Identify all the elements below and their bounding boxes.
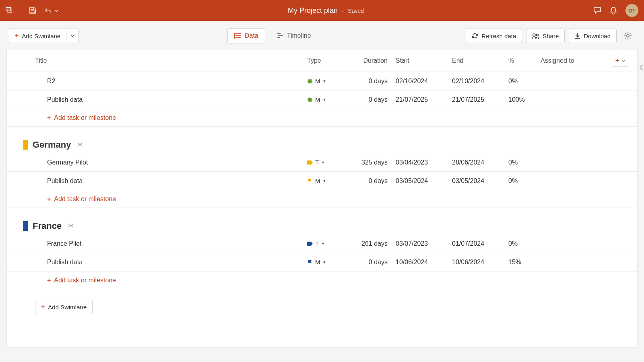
cell-type[interactable]: T▼ [307,159,351,166]
table-row[interactable]: Publish dataM▼0 days10/06/202410/06/2024… [7,253,637,272]
view-data-tab[interactable]: Data [227,28,265,43]
chevron-down-icon: ▼ [323,98,326,102]
add-swimlane-label: Add Swimlane [48,304,87,311]
cell-percent[interactable]: 0% [508,78,541,85]
add-task-button[interactable]: +Add task or milestone [7,109,637,127]
titlebar-left [6,6,58,15]
swimlane-header: Germany [7,127,637,153]
table-row[interactable]: R2M▼0 days02/10/202402/10/20240% [7,72,637,90]
cell-duration[interactable]: 0 days [351,78,396,85]
avatar[interactable]: OT [625,4,638,17]
undo-icon[interactable] [44,6,52,14]
titlebar-right: OT [593,4,638,17]
plus-icon: + [615,58,619,64]
add-task-button[interactable]: +Add task or milestone [7,190,637,208]
comments-icon[interactable] [593,6,601,14]
cell-type[interactable]: M▼ [307,259,351,265]
delete-swimlane-icon[interactable] [68,223,74,230]
cell-duration[interactable]: 325 days [351,159,396,166]
cell-start[interactable]: 03/07/2023 [396,240,452,247]
table-row[interactable]: Publish dataM▼0 days03/05/202403/05/2024… [7,172,637,190]
save-icon[interactable] [29,6,37,14]
col-header-duration[interactable]: Duration [351,57,396,64]
table-row[interactable]: Publish dataM▼0 days21/07/202521/07/2025… [7,90,637,109]
cell-end[interactable]: 28/06/2024 [452,159,508,166]
cell-duration[interactable]: 0 days [351,259,396,266]
app-titlebar: My Project plan - Saved OT [0,0,644,21]
cell-title[interactable]: Publish data [35,177,307,185]
settings-button[interactable] [621,32,635,40]
cell-type[interactable]: M▼ [307,177,351,184]
svg-point-15 [627,35,629,37]
list-icon [234,33,242,39]
add-swimlane-button[interactable]: +Add Swimlane [35,300,93,314]
cell-start[interactable]: 10/06/2024 [396,259,452,266]
view-timeline-tab[interactable]: Timeline [270,28,318,43]
sidebar-toggle[interactable] [638,62,644,73]
table-row[interactable]: France PilotT▼261 days03/07/202301/07/20… [7,234,637,253]
undo-dropdown[interactable] [54,8,58,13]
add-column-button[interactable]: + [612,55,629,67]
cell-start[interactable]: 21/07/2025 [396,96,452,103]
add-swimlane-group: + Add Swimlane [9,29,79,43]
cell-start[interactable]: 03/05/2024 [396,177,452,185]
plus-icon: + [41,304,45,310]
cell-percent[interactable]: 0% [508,240,541,247]
share-icon [532,33,539,39]
toolbar-right: Refresh data Share Download [466,29,635,43]
download-button[interactable]: Download [569,29,617,43]
cell-percent[interactable]: 15% [508,259,541,266]
cell-percent[interactable]: 0% [508,177,541,185]
notifications-icon[interactable] [609,6,617,14]
plus-icon: + [47,115,51,121]
col-header-assigned[interactable]: Assigned to [541,57,605,64]
cell-type[interactable]: M▼ [307,78,351,84]
add-task-button[interactable]: +Add task or milestone [7,272,637,289]
view-switch: Data Timeline [227,28,318,43]
col-header-add: + [605,55,629,67]
timeline-icon [277,33,284,39]
col-header-start[interactable]: Start [396,57,452,64]
title-separator: - [342,7,344,14]
delete-swimlane-icon[interactable] [77,142,83,148]
cell-end[interactable]: 10/06/2024 [452,259,508,266]
cell-title[interactable]: France Pilot [35,240,307,247]
cell-start[interactable]: 02/10/2024 [396,78,452,85]
swimlane-title[interactable]: Germany [33,140,71,150]
table-row[interactable]: Germany PilotT▼325 days03/04/202328/06/2… [7,153,637,172]
cell-title[interactable]: Publish data [35,96,307,103]
chevron-down-icon [70,35,74,37]
add-swimlane-dropdown[interactable] [66,29,79,43]
refresh-button[interactable]: Refresh data [466,29,522,43]
cell-end[interactable]: 03/05/2024 [452,177,508,185]
cell-duration[interactable]: 0 days [351,177,396,185]
cell-duration[interactable]: 0 days [351,96,396,103]
cell-end[interactable]: 21/07/2025 [452,96,508,103]
app-icon[interactable] [6,6,14,14]
col-header-end[interactable]: End [452,57,508,64]
cell-duration[interactable]: 261 days [351,240,396,247]
cell-title[interactable]: R2 [35,78,307,85]
document-title[interactable]: My Project plan [288,6,338,15]
share-button[interactable]: Share [526,29,565,43]
cell-percent[interactable]: 100% [508,96,541,103]
cell-end[interactable]: 01/07/2024 [452,240,508,247]
titlebar-center: My Project plan - Saved [58,6,593,15]
add-swimlane-button[interactable]: + Add Swimlane [9,29,66,43]
cell-start[interactable]: 03/04/2023 [396,159,452,166]
refresh-icon [472,33,478,39]
cell-percent[interactable]: 0% [508,159,541,166]
chevron-down-icon: ▼ [321,242,325,246]
cell-title[interactable]: Germany Pilot [35,159,307,166]
cell-end[interactable]: 02/10/2024 [452,78,508,85]
col-header-title[interactable]: Title [35,57,307,64]
share-label: Share [543,33,559,39]
cell-title[interactable]: Publish data [35,259,307,266]
col-header-type[interactable]: Type [307,57,351,64]
cell-type[interactable]: T▼ [307,240,351,247]
cell-type[interactable]: M▼ [307,96,351,103]
plus-icon: + [15,33,19,39]
chevron-down-icon: ▼ [323,79,326,83]
swimlane-title[interactable]: France [33,221,62,231]
col-header-percent[interactable]: % [508,57,541,64]
